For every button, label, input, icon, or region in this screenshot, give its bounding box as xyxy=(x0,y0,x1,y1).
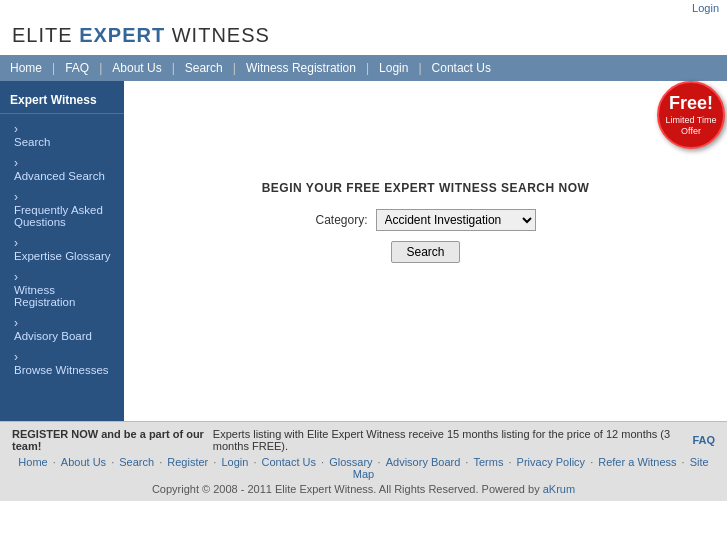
sidebar-link[interactable]: Expertise Glossary xyxy=(14,250,114,262)
footer-separator: · xyxy=(318,456,327,468)
nav-item-faq[interactable]: FAQ xyxy=(55,55,99,81)
copyright-text: Copyright © 2008 - 2011 Elite Expert Wit… xyxy=(152,483,543,495)
category-label: Category: xyxy=(315,213,367,227)
register-text: REGISTER NOW and be a part of our team! xyxy=(12,428,213,452)
footer-link-login[interactable]: Login xyxy=(221,456,248,468)
badge-sub-text: Limited TimeOffer xyxy=(665,115,716,137)
footer-link-glossary[interactable]: Glossary xyxy=(329,456,372,468)
footer-separator: · xyxy=(50,456,59,468)
logo: ELITE EXPERT WITNESS xyxy=(12,24,270,46)
logo-part1: ELITE xyxy=(12,24,79,46)
nav-bar: Home|FAQ|About Us|Search|Witness Registr… xyxy=(0,55,727,81)
copyright: Copyright © 2008 - 2011 Elite Expert Wit… xyxy=(12,483,715,495)
faq-link[interactable]: FAQ xyxy=(692,434,715,446)
footer-separator: · xyxy=(462,456,471,468)
sidebar-link[interactable]: Advisory Board xyxy=(14,330,114,342)
footer-link-terms[interactable]: Terms xyxy=(473,456,503,468)
sidebar-item-advanced-search[interactable]: Advanced Search xyxy=(0,152,124,186)
footer-separator: · xyxy=(156,456,165,468)
footer-link-advisory-board[interactable]: Advisory Board xyxy=(386,456,461,468)
logo-bar: ELITE EXPERT WITNESS xyxy=(0,16,727,55)
search-button[interactable]: Search xyxy=(391,241,459,263)
sidebar-item-expertise-glossary[interactable]: Expertise Glossary xyxy=(0,232,124,266)
sidebar-item-search[interactable]: Search xyxy=(0,118,124,152)
sidebar-item-browse-witnesses[interactable]: Browse Witnesses xyxy=(0,346,124,380)
badge-circle: Free! Limited TimeOffer xyxy=(657,81,725,149)
footer-separator: · xyxy=(505,456,514,468)
top-bar: Login xyxy=(0,0,727,16)
footer-link-about-us[interactable]: About Us xyxy=(61,456,106,468)
search-area: BEGIN YOUR FREE EXPERT WITNESS SEARCH NO… xyxy=(144,181,707,263)
footer-link-search[interactable]: Search xyxy=(119,456,154,468)
nav-item-login[interactable]: Login xyxy=(369,55,418,81)
sidebar: Expert Witness SearchAdvanced SearchFreq… xyxy=(0,81,124,421)
footer-link-home[interactable]: Home xyxy=(18,456,47,468)
search-form-row: Category: Accident InvestigationAccounti… xyxy=(144,209,707,231)
footer-separator: · xyxy=(375,456,384,468)
sidebar-link[interactable]: Browse Witnesses xyxy=(14,364,114,376)
footer-separator: · xyxy=(108,456,117,468)
sidebar-title: Expert Witness xyxy=(0,89,124,114)
footer-separator: · xyxy=(587,456,596,468)
badge-free-text: Free! xyxy=(669,93,713,115)
sidebar-item-frequently-asked-questions[interactable]: Frequently Asked Questions xyxy=(0,186,124,232)
main-layout: Expert Witness SearchAdvanced SearchFreq… xyxy=(0,81,727,421)
nav-item-contact-us[interactable]: Contact Us xyxy=(422,55,501,81)
footer-links: Home · About Us · Search · Register · Lo… xyxy=(12,456,715,480)
footer-link-refer-a-witness[interactable]: Refer a Witness xyxy=(598,456,676,468)
logo-part2: EXPERT xyxy=(79,24,165,46)
footer-separator: · xyxy=(210,456,219,468)
sidebar-item-witness-registration[interactable]: Witness Registration xyxy=(0,266,124,312)
nav-item-about-us[interactable]: About Us xyxy=(102,55,171,81)
logo-part3: WITNESS xyxy=(165,24,270,46)
footer-link-contact-us[interactable]: Contact Us xyxy=(262,456,316,468)
footer-separator: · xyxy=(250,456,259,468)
search-heading: BEGIN YOUR FREE EXPERT WITNESS SEARCH NO… xyxy=(144,181,707,195)
nav-item-witness-registration[interactable]: Witness Registration xyxy=(236,55,366,81)
nav-item-home[interactable]: Home xyxy=(0,55,52,81)
bottom-bar-top: REGISTER NOW and be a part of our team! … xyxy=(12,428,715,452)
sidebar-link[interactable]: Witness Registration xyxy=(14,284,114,308)
sidebar-link[interactable]: Frequently Asked Questions xyxy=(14,204,114,228)
sidebar-item-advisory-board[interactable]: Advisory Board xyxy=(0,312,124,346)
top-login-link[interactable]: Login xyxy=(692,2,719,14)
nav-item-search[interactable]: Search xyxy=(175,55,233,81)
sidebar-link[interactable]: Advanced Search xyxy=(14,170,114,182)
powered-by-link[interactable]: aKrum xyxy=(543,483,575,495)
footer-link-register[interactable]: Register xyxy=(167,456,208,468)
footer-separator: · xyxy=(679,456,688,468)
content: Free! Limited TimeOffer BEGIN YOUR FREE … xyxy=(124,81,727,421)
free-badge: Free! Limited TimeOffer xyxy=(657,81,727,151)
bottom-bar: REGISTER NOW and be a part of our team! … xyxy=(0,421,727,501)
sidebar-link[interactable]: Search xyxy=(14,136,114,148)
category-select[interactable]: Accident InvestigationAccountingAgricult… xyxy=(376,209,536,231)
listing-text: Experts listing with Elite Expert Witnes… xyxy=(213,428,693,452)
footer-link-privacy-policy[interactable]: Privacy Policy xyxy=(517,456,585,468)
